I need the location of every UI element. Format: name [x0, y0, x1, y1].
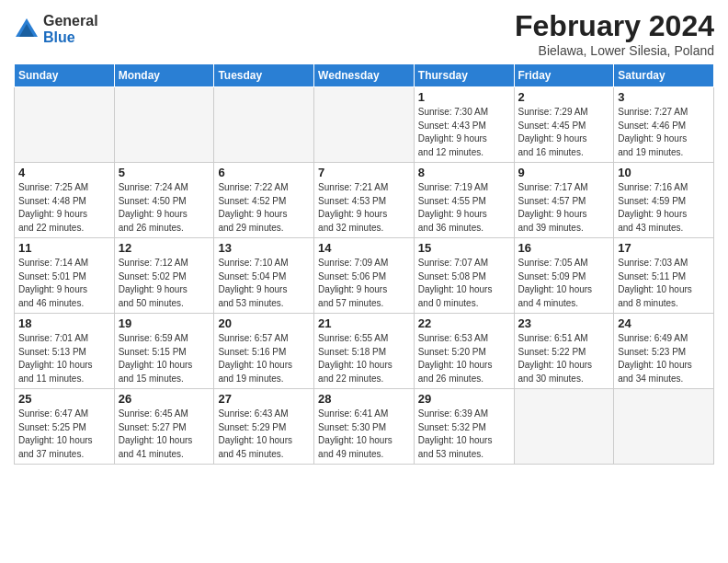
calendar-cell	[314, 87, 415, 163]
calendar-cell: 28Sunrise: 6:41 AM Sunset: 5:30 PM Dayli…	[314, 389, 415, 465]
day-info: Sunrise: 6:57 AM Sunset: 5:16 PM Dayligh…	[218, 332, 310, 385]
calendar-cell: 16Sunrise: 7:05 AM Sunset: 5:09 PM Dayli…	[514, 238, 614, 314]
day-info: Sunrise: 6:39 AM Sunset: 5:32 PM Dayligh…	[418, 408, 510, 461]
day-info: Sunrise: 6:43 AM Sunset: 5:29 PM Dayligh…	[218, 408, 310, 461]
logo-general: General	[43, 13, 98, 29]
calendar-cell: 14Sunrise: 7:09 AM Sunset: 5:06 PM Dayli…	[314, 238, 415, 314]
day-info: Sunrise: 7:05 AM Sunset: 5:09 PM Dayligh…	[518, 257, 610, 310]
day-info: Sunrise: 7:21 AM Sunset: 4:53 PM Dayligh…	[318, 181, 410, 235]
calendar-cell: 6Sunrise: 7:22 AM Sunset: 4:52 PM Daylig…	[214, 163, 314, 238]
day-number: 21	[318, 316, 410, 330]
calendar-cell: 23Sunrise: 6:51 AM Sunset: 5:22 PM Dayli…	[514, 314, 614, 389]
day-info: Sunrise: 7:19 AM Sunset: 4:55 PM Dayligh…	[418, 181, 510, 235]
day-info: Sunrise: 7:03 AM Sunset: 5:11 PM Dayligh…	[618, 257, 710, 310]
logo-blue: Blue	[43, 29, 98, 46]
calendar-cell: 4Sunrise: 7:25 AM Sunset: 4:48 PM Daylig…	[15, 163, 115, 238]
day-number: 16	[518, 241, 610, 255]
day-info: Sunrise: 7:09 AM Sunset: 5:06 PM Dayligh…	[318, 257, 410, 310]
calendar-cell: 19Sunrise: 6:59 AM Sunset: 5:15 PM Dayli…	[114, 314, 214, 389]
calendar-cell: 5Sunrise: 7:24 AM Sunset: 4:50 PM Daylig…	[114, 163, 214, 238]
calendar-day-header: Monday	[114, 64, 214, 87]
day-number: 4	[18, 166, 110, 179]
day-info: Sunrise: 6:53 AM Sunset: 5:20 PM Dayligh…	[418, 332, 510, 385]
day-number: 24	[618, 316, 710, 330]
calendar-cell: 15Sunrise: 7:07 AM Sunset: 5:08 PM Dayli…	[414, 238, 514, 314]
calendar-cell: 21Sunrise: 6:55 AM Sunset: 5:18 PM Dayli…	[314, 314, 415, 389]
calendar-cell	[514, 389, 614, 465]
day-number: 1	[418, 90, 510, 104]
calendar-week-row: 25Sunrise: 6:47 AM Sunset: 5:25 PM Dayli…	[15, 389, 714, 465]
day-info: Sunrise: 7:27 AM Sunset: 4:46 PM Dayligh…	[618, 106, 710, 159]
day-number: 15	[418, 241, 510, 255]
day-info: Sunrise: 7:10 AM Sunset: 5:04 PM Dayligh…	[218, 257, 310, 310]
day-number: 14	[318, 241, 410, 255]
day-info: Sunrise: 6:47 AM Sunset: 5:25 PM Dayligh…	[18, 408, 110, 461]
calendar-day-header: Friday	[514, 64, 614, 87]
calendar-cell	[15, 87, 115, 163]
calendar-week-row: 11Sunrise: 7:14 AM Sunset: 5:01 PM Dayli…	[15, 238, 714, 314]
day-number: 10	[618, 166, 710, 179]
calendar-day-header: Tuesday	[214, 64, 314, 87]
day-info: Sunrise: 6:41 AM Sunset: 5:30 PM Dayligh…	[318, 408, 410, 461]
day-number: 13	[218, 241, 310, 255]
calendar-cell: 27Sunrise: 6:43 AM Sunset: 5:29 PM Dayli…	[214, 389, 314, 465]
header: General Blue February 2024 Bielawa, Lowe…	[14, 9, 714, 58]
calendar-cell	[614, 389, 714, 465]
day-number: 20	[218, 316, 310, 330]
day-number: 27	[218, 392, 310, 406]
logo-text: General Blue	[43, 13, 98, 45]
calendar-cell: 29Sunrise: 6:39 AM Sunset: 5:32 PM Dayli…	[414, 389, 514, 465]
calendar-cell	[214, 87, 314, 163]
day-number: 2	[518, 90, 610, 104]
calendar-cell: 25Sunrise: 6:47 AM Sunset: 5:25 PM Dayli…	[15, 389, 115, 465]
month-title: February 2024	[515, 9, 714, 43]
calendar-cell: 26Sunrise: 6:45 AM Sunset: 5:27 PM Dayli…	[114, 389, 214, 465]
calendar-cell: 9Sunrise: 7:17 AM Sunset: 4:57 PM Daylig…	[514, 163, 614, 238]
day-number: 6	[218, 166, 310, 179]
calendar-cell: 24Sunrise: 6:49 AM Sunset: 5:23 PM Dayli…	[614, 314, 714, 389]
calendar-cell: 2Sunrise: 7:29 AM Sunset: 4:45 PM Daylig…	[514, 87, 614, 163]
calendar-week-row: 18Sunrise: 7:01 AM Sunset: 5:13 PM Dayli…	[15, 314, 714, 389]
day-number: 8	[418, 166, 510, 179]
calendar-day-header: Wednesday	[314, 64, 415, 87]
calendar-cell: 12Sunrise: 7:12 AM Sunset: 5:02 PM Dayli…	[114, 238, 214, 314]
logo-icon	[14, 17, 40, 42]
calendar-cell: 17Sunrise: 7:03 AM Sunset: 5:11 PM Dayli…	[614, 238, 714, 314]
calendar-cell: 10Sunrise: 7:16 AM Sunset: 4:59 PM Dayli…	[614, 163, 714, 238]
calendar-cell: 8Sunrise: 7:19 AM Sunset: 4:55 PM Daylig…	[414, 163, 514, 238]
calendar-cell: 18Sunrise: 7:01 AM Sunset: 5:13 PM Dayli…	[15, 314, 115, 389]
calendar-table: SundayMondayTuesdayWednesdayThursdayFrid…	[14, 63, 714, 465]
calendar-cell: 11Sunrise: 7:14 AM Sunset: 5:01 PM Dayli…	[15, 238, 115, 314]
day-number: 17	[618, 241, 710, 255]
main-container: General Blue February 2024 Bielawa, Lowe…	[0, 0, 728, 469]
day-number: 3	[618, 90, 710, 104]
calendar-cell: 7Sunrise: 7:21 AM Sunset: 4:53 PM Daylig…	[314, 163, 415, 238]
day-info: Sunrise: 7:17 AM Sunset: 4:57 PM Dayligh…	[518, 181, 610, 235]
day-number: 5	[119, 166, 210, 179]
day-info: Sunrise: 6:51 AM Sunset: 5:22 PM Dayligh…	[518, 332, 610, 385]
day-number: 23	[518, 316, 610, 330]
day-number: 25	[18, 392, 110, 406]
calendar-cell: 20Sunrise: 6:57 AM Sunset: 5:16 PM Dayli…	[214, 314, 314, 389]
day-info: Sunrise: 7:29 AM Sunset: 4:45 PM Dayligh…	[518, 106, 610, 159]
location: Bielawa, Lower Silesia, Poland	[515, 43, 714, 58]
calendar-day-header: Thursday	[414, 64, 514, 87]
day-info: Sunrise: 7:22 AM Sunset: 4:52 PM Dayligh…	[218, 181, 310, 235]
day-info: Sunrise: 6:45 AM Sunset: 5:27 PM Dayligh…	[119, 408, 210, 461]
day-info: Sunrise: 7:25 AM Sunset: 4:48 PM Dayligh…	[18, 181, 110, 235]
day-info: Sunrise: 7:07 AM Sunset: 5:08 PM Dayligh…	[418, 257, 510, 310]
day-number: 9	[518, 166, 610, 179]
calendar-cell	[114, 87, 214, 163]
day-number: 22	[418, 316, 510, 330]
calendar-cell: 3Sunrise: 7:27 AM Sunset: 4:46 PM Daylig…	[614, 87, 714, 163]
calendar-header-row: SundayMondayTuesdayWednesdayThursdayFrid…	[15, 64, 714, 87]
day-info: Sunrise: 6:49 AM Sunset: 5:23 PM Dayligh…	[618, 332, 710, 385]
day-info: Sunrise: 7:16 AM Sunset: 4:59 PM Dayligh…	[618, 181, 710, 235]
calendar-week-row: 4Sunrise: 7:25 AM Sunset: 4:48 PM Daylig…	[15, 163, 714, 238]
calendar-cell: 1Sunrise: 7:30 AM Sunset: 4:43 PM Daylig…	[414, 87, 514, 163]
day-number: 18	[18, 316, 110, 330]
title-block: February 2024 Bielawa, Lower Silesia, Po…	[515, 9, 714, 58]
day-number: 26	[119, 392, 210, 406]
day-info: Sunrise: 7:24 AM Sunset: 4:50 PM Dayligh…	[119, 181, 210, 235]
calendar-cell: 22Sunrise: 6:53 AM Sunset: 5:20 PM Dayli…	[414, 314, 514, 389]
